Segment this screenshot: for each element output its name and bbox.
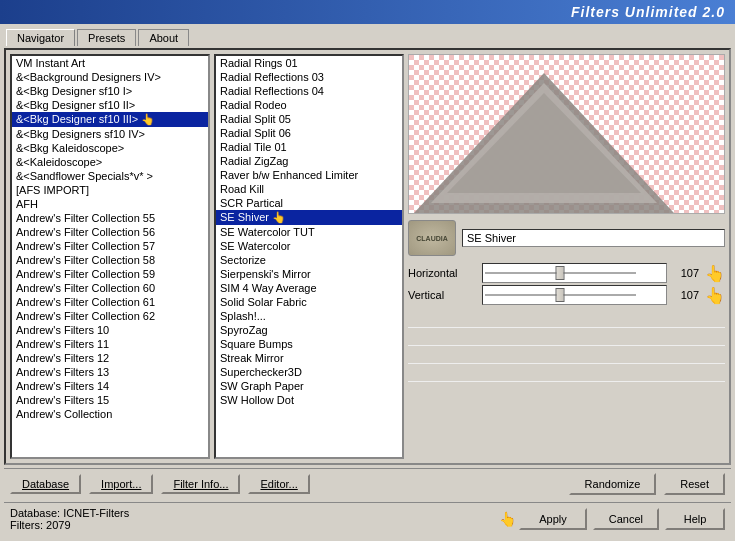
filter-name-display: SE Shiver — [462, 229, 725, 247]
list-item[interactable]: &<Bkg Designers sf10 IV> — [12, 127, 208, 141]
list-item[interactable]: Radial Tile 01 — [216, 140, 402, 154]
reset-button[interactable]: Reset — [664, 473, 725, 495]
list-item[interactable]: Andrew's Collection — [12, 407, 208, 421]
param-value-0: 107 — [671, 267, 699, 279]
list-item[interactable]: Andrew's Filters 11 — [12, 337, 208, 351]
db-info: Database: ICNET-Filters Filters: 2079 — [10, 507, 129, 531]
randomize-button[interactable]: Randomize — [569, 473, 657, 495]
list-item[interactable]: Raver b/w Enhanced Limiter — [216, 168, 402, 182]
list-item[interactable]: Radial Reflections 03 — [216, 70, 402, 84]
slider-knob-1[interactable] — [555, 288, 564, 302]
param-slider-1[interactable] — [482, 285, 667, 305]
database-button[interactable]: Database — [10, 474, 81, 494]
editor-button[interactable]: Editor... — [248, 474, 309, 494]
import-button[interactable]: Import... — [89, 474, 153, 494]
tab-navigator[interactable]: Navigator — [6, 29, 75, 46]
list-item[interactable]: Superchecker3D — [216, 365, 402, 379]
list-item[interactable]: Solid Solar Fabric — [216, 295, 402, 309]
list-item[interactable]: SW Hollow Dot — [216, 393, 402, 407]
list-item[interactable]: SE Watercolor TUT — [216, 225, 402, 239]
action-buttons-row: Database: ICNET-Filters Filters: 2079 👆 … — [4, 502, 731, 535]
param-row-0: Horizontal107👆 — [408, 262, 725, 284]
tab-about[interactable]: About — [138, 29, 189, 46]
title-text: Filters Unlimited 2.0 — [571, 4, 725, 20]
tabs-row: Navigator Presets About — [6, 28, 731, 45]
list-item[interactable]: VM Instant Art — [12, 56, 208, 70]
apply-wrapper: 👆 Apply — [519, 508, 587, 530]
list-item[interactable]: SIM 4 Way Average — [216, 281, 402, 295]
cancel-button[interactable]: Cancel — [593, 508, 659, 530]
list-item[interactable]: SW Graph Paper — [216, 379, 402, 393]
list-item[interactable]: Splash!... — [216, 309, 402, 323]
list-item[interactable]: &<Bkg Designer sf10 II> — [12, 98, 208, 112]
help-button[interactable]: Help — [665, 508, 725, 530]
list-item[interactable]: Road Kill — [216, 182, 402, 196]
list-item[interactable]: Square Bumps — [216, 337, 402, 351]
list-item[interactable]: Andrew's Filter Collection 57 — [12, 239, 208, 253]
param-label-1: Vertical — [408, 289, 478, 301]
list-item[interactable]: Radial Rings 01 — [216, 56, 402, 70]
preview-area — [408, 54, 725, 214]
collection-list[interactable]: VM Instant Art&<Background Designers IV>… — [10, 54, 210, 459]
list-item[interactable]: Radial Split 06 — [216, 126, 402, 140]
list-item[interactable]: Andrew's Filters 14 — [12, 379, 208, 393]
param-hand-icon-0: 👆 — [705, 264, 725, 283]
slider-knob-0[interactable] — [555, 266, 564, 280]
list-item[interactable]: Sectorize — [216, 253, 402, 267]
apply-hand-icon: 👆 — [499, 511, 516, 527]
preview-svg — [409, 55, 724, 213]
list-item[interactable]: Andrew's Filter Collection 62 — [12, 309, 208, 323]
list-item[interactable]: &<Bkg Designer sf10 III> 👆 — [12, 112, 208, 127]
param-slider-0[interactable] — [482, 263, 667, 283]
claudia-logo: CLAUDIA — [408, 220, 456, 256]
filter-info-button[interactable]: Filter Info... — [161, 474, 240, 494]
list-item[interactable]: Radial Reflections 04 — [216, 84, 402, 98]
param-label-0: Horizontal — [408, 267, 478, 279]
list-item[interactable]: Sierpenski's Mirror — [216, 267, 402, 281]
bottom-buttons: Database Import... Filter Info... Editor… — [4, 468, 731, 499]
list-item[interactable]: &<Background Designers IV> — [12, 70, 208, 84]
list-item[interactable]: Andrew's Filters 15 — [12, 393, 208, 407]
title-bar: Filters Unlimited 2.0 — [0, 0, 735, 24]
list-item[interactable]: Andrew's Filters 13 — [12, 365, 208, 379]
params-container: Horizontal107👆Vertical107👆 — [408, 262, 725, 306]
list-item[interactable]: SpyroZag — [216, 323, 402, 337]
content-area: VM Instant Art&<Background Designers IV>… — [4, 48, 731, 465]
list-item[interactable]: Andrew's Filters 10 — [12, 323, 208, 337]
list-item[interactable]: &<Bkg Kaleidoscope> — [12, 141, 208, 155]
list-item[interactable]: Andrew's Filter Collection 55 — [12, 211, 208, 225]
middle-panel: Radial Rings 01Radial Reflections 03Radi… — [214, 54, 404, 459]
list-item[interactable]: Radial ZigZag — [216, 154, 402, 168]
param-value-1: 107 — [671, 289, 699, 301]
list-item[interactable]: &<Bkg Designer sf10 I> — [12, 84, 208, 98]
list-item[interactable]: Andrew's Filter Collection 58 — [12, 253, 208, 267]
list-item[interactable]: Andrew's Filter Collection 61 — [12, 295, 208, 309]
list-item[interactable]: Radial Rodeo — [216, 98, 402, 112]
apply-button[interactable]: Apply — [519, 508, 587, 530]
param-hand-icon-1: 👆 — [705, 286, 725, 305]
list-item[interactable]: &<Kaleidoscope> — [12, 155, 208, 169]
list-item[interactable]: SE Shiver 👆 — [216, 210, 402, 225]
tab-presets[interactable]: Presets — [77, 29, 136, 46]
list-item[interactable]: Radial Split 05 — [216, 112, 402, 126]
list-item[interactable]: SE Watercolor — [216, 239, 402, 253]
list-item[interactable]: Andrew's Filter Collection 56 — [12, 225, 208, 239]
list-item[interactable]: Andrew's Filters 12 — [12, 351, 208, 365]
list-item[interactable]: AFH — [12, 197, 208, 211]
list-item[interactable]: Andrew's Filter Collection 60 — [12, 281, 208, 295]
right-panel: CLAUDIA SE Shiver Horizontal107👆Vertical… — [408, 54, 725, 459]
list-item[interactable]: Streak Mirror — [216, 351, 402, 365]
list-item[interactable]: SCR Partical — [216, 196, 402, 210]
spacer-row-4 — [408, 364, 725, 382]
filter-name-box: CLAUDIA SE Shiver — [408, 218, 725, 258]
list-item[interactable]: Andrew's Filter Collection 59 — [12, 267, 208, 281]
spacer-row-3 — [408, 346, 725, 364]
list-item[interactable]: &<Sandflower Specials*v* > — [12, 169, 208, 183]
left-panel: VM Instant Art&<Background Designers IV>… — [10, 54, 210, 459]
action-right: 👆 Apply Cancel Help — [519, 508, 725, 530]
spacer-row-1 — [408, 310, 725, 328]
list-item[interactable]: [AFS IMPORT] — [12, 183, 208, 197]
param-row-1: Vertical107👆 — [408, 284, 725, 306]
controls-area: CLAUDIA SE Shiver Horizontal107👆Vertical… — [408, 218, 725, 459]
filter-list[interactable]: Radial Rings 01Radial Reflections 03Radi… — [214, 54, 404, 459]
